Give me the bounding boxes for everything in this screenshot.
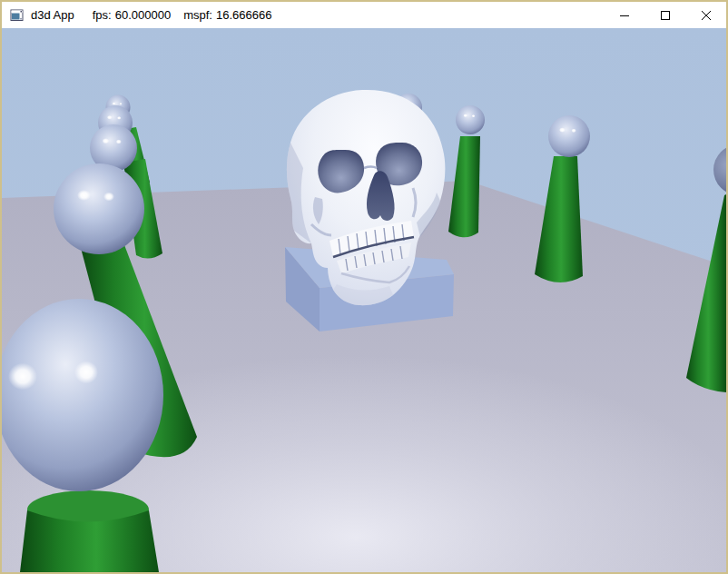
app-window: d3d App fps: 60.000000 mspf: 16.666666 xyxy=(0,0,728,574)
close-button[interactable] xyxy=(685,2,726,28)
app-icon[interactable] xyxy=(10,8,25,23)
close-icon xyxy=(701,10,712,21)
render-viewport[interactable] xyxy=(2,28,726,572)
minimize-button[interactable] xyxy=(604,2,644,28)
window-title: d3d App xyxy=(31,8,74,22)
column-sphere-left-giant xyxy=(2,299,163,572)
mspf-counter: mspf: 16.666666 xyxy=(183,8,271,22)
maximize-icon xyxy=(660,10,671,21)
minimize-icon xyxy=(619,10,630,21)
default-app-icon xyxy=(10,8,25,23)
title-bar[interactable]: d3d App fps: 60.000000 mspf: 16.666666 xyxy=(2,2,726,28)
window-controls xyxy=(604,2,726,28)
maximize-button[interactable] xyxy=(644,2,685,28)
fps-counter: fps: 60.000000 xyxy=(93,8,171,22)
